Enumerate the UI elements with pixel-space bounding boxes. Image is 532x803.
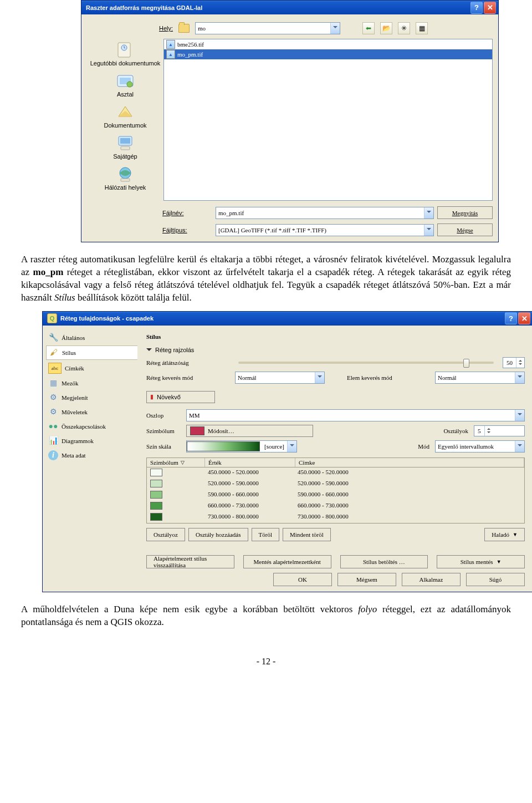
location-label: Hely: xyxy=(159,25,173,32)
classes-table: Szimbólum▽ Érték Címke 450.0000 - 520.00… xyxy=(146,458,525,524)
delete-all-button[interactable]: Mindent töröl xyxy=(283,528,331,541)
nav-joins[interactable]: ●●Összekapcsolások xyxy=(46,420,137,433)
color-ramp-preview xyxy=(187,441,260,451)
close-button[interactable]: ✕ xyxy=(484,2,496,14)
chevron-down-icon[interactable] xyxy=(287,441,296,452)
color-swatch xyxy=(150,502,162,510)
transparency-spin[interactable]: 50 xyxy=(503,357,525,368)
properties-main: Stílus Réteg rajzolás Réteg átlátszóság … xyxy=(141,326,532,592)
chevron-down-icon[interactable] xyxy=(515,441,524,452)
filetype-combo[interactable]: [GDAL] GeoTIFF (*.tif *.tiff *.TIF *.TIF… xyxy=(216,224,434,236)
chevron-down-icon[interactable] xyxy=(515,372,524,383)
color-swatch xyxy=(150,491,162,499)
sidebar-recent[interactable]: Legutóbbi dokumentumok xyxy=(88,39,162,68)
nav-fields[interactable]: ▦Mezők xyxy=(46,377,137,390)
table-header-value[interactable]: Érték xyxy=(205,458,295,467)
dialog-title: Raszter adatforrás megnyitása GDAL-lal xyxy=(86,4,202,11)
table-row[interactable]: 520.0000 - 590.0000520.0000 - 590.0000 xyxy=(147,479,524,490)
blend-layer-combo[interactable]: Normál xyxy=(235,372,325,384)
column-combo[interactable]: MM xyxy=(186,409,525,421)
file-item[interactable]: ▲mo_pm.tif xyxy=(164,49,492,59)
table-header-label[interactable]: Címke xyxy=(295,458,524,467)
transparency-slider[interactable] xyxy=(238,362,494,364)
chevron-down-icon[interactable] xyxy=(315,372,324,383)
filetype-label: Fájltípus: xyxy=(162,227,212,233)
apply-button[interactable]: Alkalmaz xyxy=(402,573,461,586)
sidebar-documents[interactable]: Dokumentumok xyxy=(88,101,162,130)
filename-label: Fájlnév: xyxy=(162,210,212,216)
cancel-button[interactable]: Mégsem xyxy=(337,573,396,586)
color-swatch xyxy=(150,480,162,487)
chevron-down-icon[interactable] xyxy=(330,23,340,34)
titlebar: Q Réteg tulajdonságok - csapadek ? ✕ xyxy=(43,312,532,326)
chevron-down-icon[interactable] xyxy=(424,207,433,218)
classify-button[interactable]: Osztályoz xyxy=(146,528,185,541)
location-combo[interactable]: mo xyxy=(195,22,340,34)
filename-combo[interactable]: mo_pm.tif xyxy=(216,207,434,219)
chevron-down-icon[interactable] xyxy=(515,410,524,421)
table-row[interactable]: 660.0000 - 730.0000660.0000 - 730.0000 xyxy=(147,501,524,512)
places-sidebar: Legutóbbi dokumentumok Asztal Dokumentum… xyxy=(87,39,163,201)
help-button[interactable]: ? xyxy=(470,2,483,14)
new-folder-icon[interactable]: ✳ xyxy=(398,22,410,34)
table-row[interactable]: 450.0000 - 520.0000450.0000 - 520.0000 xyxy=(147,467,524,479)
save-style-button[interactable]: Stílus mentés▼ xyxy=(437,555,525,568)
classes-label: Osztályok xyxy=(443,428,468,434)
color-swatch xyxy=(150,469,162,476)
load-style-button[interactable]: Stílus betöltés … xyxy=(340,555,428,568)
help-button[interactable]: ? xyxy=(505,312,517,324)
color-ramp-combo[interactable]: [source] xyxy=(186,440,297,453)
nav-display[interactable]: ⚙Megjelenít xyxy=(46,391,137,404)
restore-default-button[interactable]: Alapértelmezett stílus visszaállítása xyxy=(146,555,234,568)
image-file-icon: ▲ xyxy=(166,50,175,59)
renderer-type-combo[interactable]: ▮Növekvő xyxy=(146,391,215,403)
advanced-button[interactable]: Haladó▼ xyxy=(484,528,525,541)
titlebar: Raszter adatforrás megnyitása GDAL-lal ?… xyxy=(81,1,498,14)
body-paragraph-1: A raszter réteg automatikusan legfelülre… xyxy=(21,253,511,304)
color-swatch xyxy=(150,513,162,521)
qgis-icon: Q xyxy=(47,313,57,323)
table-row[interactable]: 590.0000 - 660.0000590.0000 - 660.0000 xyxy=(147,490,524,501)
svg-rect-9 xyxy=(121,179,130,181)
body-paragraph-2: A műholdfelvételen a Duna képe nem esik … xyxy=(21,603,511,629)
table-row[interactable]: 730.0000 - 800.0000730.0000 - 800.0000 xyxy=(147,512,524,523)
mode-combo[interactable]: Egyenlő intervallumok xyxy=(435,440,525,453)
table-header-symbol[interactable]: Szimbólum▽ xyxy=(147,458,205,467)
layer-properties-dialog: Q Réteg tulajdonságok - csapadek ? ✕ 🔧Ál… xyxy=(42,311,532,592)
sidebar-desktop[interactable]: Asztal xyxy=(88,70,162,99)
back-icon[interactable]: ⬅ xyxy=(362,22,375,34)
save-default-button[interactable]: Mentés alapértelmezettként xyxy=(243,555,331,568)
nav-metadata[interactable]: iMeta adat xyxy=(46,449,137,462)
blend-feature-combo[interactable]: Normál xyxy=(435,372,525,384)
chevron-down-icon xyxy=(203,392,211,402)
cancel-button[interactable]: Mégse xyxy=(437,223,493,236)
sidebar-mycomputer[interactable]: Sajátgép xyxy=(88,132,162,161)
open-button[interactable]: Megnyitás xyxy=(437,206,493,219)
chevron-down-icon[interactable] xyxy=(424,225,433,236)
nav-general[interactable]: 🔧Általános xyxy=(46,331,137,344)
nav-labels[interactable]: abcCímkék xyxy=(46,361,137,375)
up-folder-icon[interactable]: 📂 xyxy=(380,22,392,34)
help-button[interactable]: Súgó xyxy=(466,573,525,586)
delete-button[interactable]: Töröl xyxy=(252,528,279,541)
classes-spin[interactable]: 5 xyxy=(474,425,525,436)
svg-rect-7 xyxy=(121,146,130,150)
slider-thumb[interactable] xyxy=(463,359,469,368)
symbol-modify-button[interactable]: Módosít… xyxy=(186,425,313,437)
transparency-label: Réteg átlátszóság xyxy=(146,359,229,366)
view-mode-icon[interactable]: ▦ xyxy=(416,22,428,34)
nav-diagrams[interactable]: 📊Diagrammok xyxy=(46,434,137,448)
add-class-button[interactable]: Osztály hozzáadás xyxy=(188,528,248,541)
close-button[interactable]: ✕ xyxy=(518,312,530,324)
column-label: Oszlop xyxy=(146,412,181,419)
svg-point-4 xyxy=(127,82,132,87)
sidebar-network[interactable]: Hálózati helyek xyxy=(88,163,162,192)
drawing-group[interactable]: Réteg rajzolás xyxy=(146,344,525,355)
properties-nav: 🔧Általános 🖌Stílus abcCímkék ▦Mezők ⚙Meg… xyxy=(43,326,141,592)
file-list[interactable]: ▲bme256.tif▲mo_pm.tif xyxy=(163,39,493,201)
svg-rect-6 xyxy=(120,138,130,144)
ok-button[interactable]: OK xyxy=(273,573,332,586)
nav-style[interactable]: 🖌Stílus xyxy=(46,345,137,360)
nav-actions[interactable]: ⚙Műveletek xyxy=(46,405,137,419)
file-item[interactable]: ▲bme256.tif xyxy=(164,39,492,49)
